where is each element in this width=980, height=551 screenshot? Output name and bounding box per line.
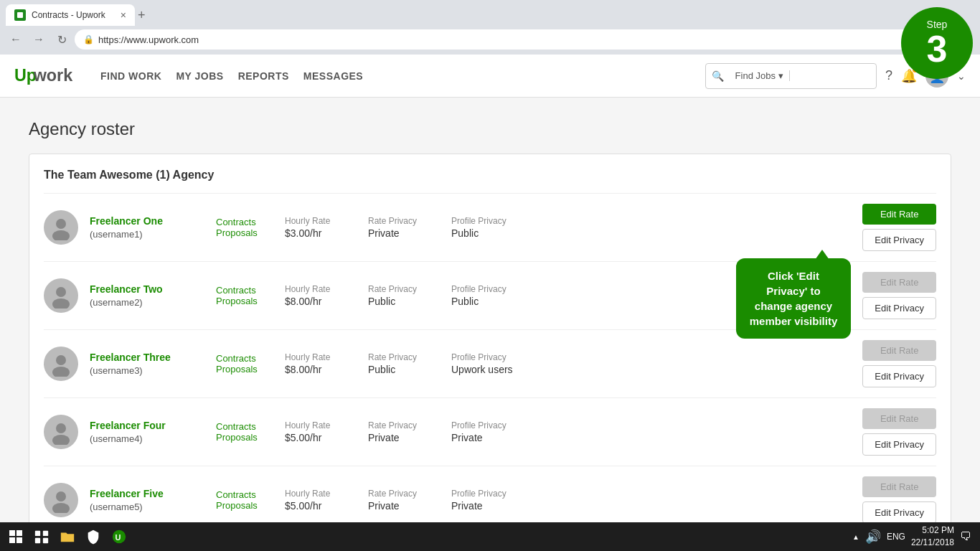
hourly-rate-label: Hourly Rate: [285, 216, 357, 226]
profile-privacy-section: Profile Privacy Public: [451, 284, 537, 307]
edit-rate-button: Edit Rate: [862, 476, 936, 497]
nav-find-work[interactable]: FIND WORK: [100, 70, 161, 82]
profile-privacy-label: Profile Privacy: [451, 216, 537, 226]
svg-point-7: [56, 355, 66, 365]
title-bar: Contracts - Upwork × +: [0, 0, 980, 26]
edit-privacy-button[interactable]: Edit Privacy: [862, 501, 936, 524]
rate-privacy-value: Private: [368, 432, 440, 443]
avatar: [44, 210, 78, 245]
volume-icon[interactable]: 🔊: [865, 529, 881, 545]
svg-point-3: [56, 219, 66, 229]
forward-button[interactable]: →: [29, 29, 49, 50]
taskbar-right: ▲ 🔊 ENG 5:02 PM 22/11/2018 🗨: [852, 524, 977, 549]
tab-favicon: [14, 9, 26, 21]
address-input[interactable]: 🔒 https://www.upwork.com: [75, 29, 946, 50]
hourly-rate-section: Hourly Rate $8.00/hr: [285, 284, 357, 307]
tab-close-button[interactable]: ×: [121, 10, 126, 20]
edit-privacy-button[interactable]: Edit Privacy: [862, 365, 936, 387]
freelancer-username: (username2): [90, 297, 143, 308]
edit-rate-button[interactable]: Edit Rate: [862, 204, 936, 225]
profile-privacy-value: Upwork users: [451, 364, 537, 375]
taskbar-expand-icon[interactable]: ▲: [852, 533, 859, 541]
freelancer-info: Freelancer One (username1): [90, 215, 204, 240]
row-actions: Edit Rate Edit Privacy: [862, 204, 936, 251]
search-bar[interactable]: 🔍 Find Jobs ▾: [705, 63, 877, 89]
tooltip-arrow: [815, 250, 829, 260]
new-tab-button[interactable]: +: [138, 8, 146, 23]
nav-messages[interactable]: MESSAGES: [303, 70, 363, 82]
proposals-link[interactable]: Proposals: [216, 500, 273, 511]
contracts-section: Contracts Proposals: [216, 217, 273, 238]
contracts-link[interactable]: Contracts: [216, 421, 273, 432]
browser-tab[interactable]: Contracts - Upwork ×: [6, 4, 135, 26]
help-icon: ?: [885, 68, 892, 83]
freelancer-name: Freelancer One: [90, 215, 163, 227]
svg-text:U: U: [116, 533, 121, 542]
action-center-button[interactable]: 🗨: [960, 530, 971, 543]
contracts-section: Contracts Proposals: [216, 421, 273, 443]
edit-privacy-button[interactable]: Edit Privacy: [862, 433, 936, 456]
nav-my-jobs[interactable]: MY JOBS: [176, 70, 223, 82]
back-button[interactable]: ←: [6, 29, 26, 50]
table-row: Freelancer One (username1) Contracts Pro…: [44, 193, 936, 261]
taskbar-time-display: 5:02 PM: [911, 524, 954, 537]
edit-privacy-button[interactable]: Edit Privacy: [862, 297, 936, 319]
profile-privacy-label: Profile Privacy: [451, 284, 537, 294]
rate-privacy-section: Rate Privacy Private: [368, 489, 440, 512]
profile-privacy-value: Private: [451, 500, 537, 512]
svg-rect-14: [17, 530, 22, 536]
profile-privacy-label: Profile Privacy: [451, 489, 537, 499]
row-actions: Edit Rate Edit Privacy: [862, 340, 936, 387]
rate-privacy-section: Rate Privacy Public: [368, 284, 440, 307]
agency-card: The Team Awesome (1) Agency Freelancer O…: [29, 154, 951, 549]
svg-rect-18: [43, 531, 48, 536]
contracts-link[interactable]: Contracts: [216, 285, 273, 296]
rate-privacy-value: Private: [368, 500, 440, 512]
rate-privacy-section: Rate Privacy Private: [368, 420, 440, 443]
upwork-taskbar-icon[interactable]: U: [106, 525, 132, 548]
freelancer-name: Freelancer Four: [90, 420, 166, 431]
profile-privacy-value: Public: [451, 227, 537, 239]
search-input[interactable]: [790, 70, 876, 81]
help-button[interactable]: ?: [885, 68, 892, 83]
proposals-link[interactable]: Proposals: [216, 364, 273, 375]
svg-point-4: [52, 230, 70, 240]
contracts-link[interactable]: Contracts: [216, 217, 273, 227]
svg-point-10: [52, 435, 70, 445]
security-icon[interactable]: [80, 525, 106, 548]
proposals-link[interactable]: Proposals: [216, 227, 273, 238]
freelancer-info: Freelancer Five (username5): [90, 487, 204, 513]
freelancer-name: Freelancer Three: [90, 352, 171, 363]
hourly-rate-value: $5.00/hr: [285, 500, 357, 512]
freelancer-username: (username1): [90, 229, 143, 240]
search-type-dropdown[interactable]: Find Jobs ▾: [730, 70, 790, 81]
edit-rate-button: Edit Rate: [862, 272, 936, 293]
edit-privacy-button[interactable]: Edit Privacy: [862, 229, 936, 251]
svg-point-9: [56, 423, 66, 433]
refresh-button[interactable]: ↻: [52, 29, 72, 50]
proposals-link[interactable]: Proposals: [216, 432, 273, 443]
upwork-logo[interactable]: Up work: [14, 65, 86, 87]
lock-icon: 🔒: [83, 34, 94, 44]
file-explorer-icon[interactable]: [55, 525, 80, 548]
hourly-rate-value: $8.00/hr: [285, 364, 357, 375]
svg-rect-13: [9, 530, 15, 536]
step-number: 3: [927, 30, 948, 67]
profile-privacy-section: Profile Privacy Public: [451, 216, 537, 239]
row-actions: Edit Rate Edit Privacy: [862, 408, 936, 456]
page-title: Agency roster: [29, 119, 951, 139]
freelancer-username: (username3): [90, 365, 143, 376]
contracts-link[interactable]: Contracts: [216, 353, 273, 364]
svg-point-5: [56, 287, 66, 297]
nav-reports[interactable]: REPORTS: [238, 70, 289, 82]
contracts-link[interactable]: Contracts: [216, 489, 273, 500]
task-view-button[interactable]: [29, 525, 55, 548]
freelancer-name: Freelancer Two: [90, 283, 163, 295]
contracts-section: Contracts Proposals: [216, 285, 273, 306]
freelancer-info: Freelancer Three (username3): [90, 351, 204, 377]
start-button[interactable]: [3, 525, 29, 548]
svg-point-8: [52, 367, 70, 377]
taskbar-clock: 5:02 PM 22/11/2018: [911, 524, 954, 549]
url-display: https://www.upwork.com: [98, 34, 199, 45]
proposals-link[interactable]: Proposals: [216, 296, 273, 306]
